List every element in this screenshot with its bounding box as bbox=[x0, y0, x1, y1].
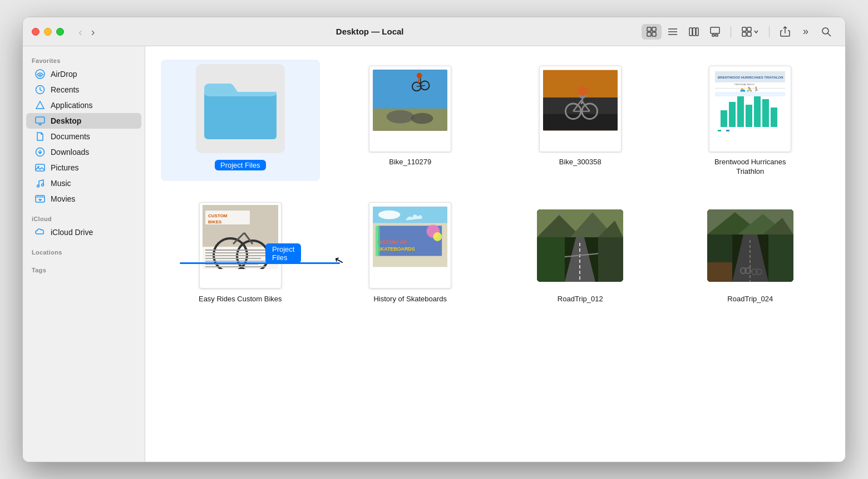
more-button[interactable]: » bbox=[798, 23, 813, 40]
svg-point-42 bbox=[411, 113, 433, 124]
file-item-bike-110279[interactable]: Bike_110279 bbox=[331, 60, 490, 181]
photo-thumbnail-skateboards: HISTORY OF SKATEBOARDS bbox=[366, 201, 455, 290]
svg-rect-70 bbox=[762, 99, 769, 127]
chevron-down-icon bbox=[753, 29, 759, 35]
file-item-bike-300358[interactable]: Bike_300358 bbox=[501, 60, 660, 181]
svg-text:HISTORY OF: HISTORY OF bbox=[377, 240, 407, 245]
video-frame-024 bbox=[707, 209, 793, 282]
applications-icon bbox=[35, 100, 45, 110]
view-list-button[interactable] bbox=[663, 24, 683, 40]
sidebar-item-documents[interactable]: Documents bbox=[26, 129, 141, 144]
svg-point-41 bbox=[387, 110, 414, 123]
svg-rect-67 bbox=[737, 96, 744, 127]
sidebar-item-desktop-label: Desktop bbox=[51, 116, 81, 125]
sidebar-item-applications-label: Applications bbox=[51, 101, 93, 110]
svg-line-59 bbox=[581, 99, 583, 104]
svg-point-99 bbox=[433, 232, 442, 241]
sidebar-item-recents-label: Recents bbox=[51, 85, 79, 94]
main-content: Project Files bbox=[145, 46, 845, 462]
svg-rect-75 bbox=[726, 130, 729, 131]
file-item-roadtrip-024[interactable]: RoadTrip_024 bbox=[671, 197, 830, 309]
file-item-brentwood[interactable]: BRENTWOOD HURRICANES TRIATHLON PERSONAL … bbox=[671, 60, 830, 181]
svg-rect-7 bbox=[689, 28, 692, 36]
svg-rect-52 bbox=[543, 114, 618, 130]
svg-rect-88 bbox=[205, 255, 271, 256]
group-button[interactable] bbox=[737, 24, 763, 40]
view-mode-group bbox=[642, 24, 725, 40]
view-gallery-button[interactable] bbox=[705, 24, 725, 40]
window-title: Desktop — Local bbox=[105, 27, 635, 36]
search-button[interactable] bbox=[816, 24, 836, 40]
svg-rect-89 bbox=[205, 258, 261, 259]
toolbar-separator-2 bbox=[769, 26, 770, 37]
toolbar-right: » bbox=[642, 23, 836, 40]
back-button[interactable]: ‹ bbox=[75, 25, 86, 38]
svg-rect-13 bbox=[742, 27, 746, 31]
file-label-history-skateboards: History of Skateboards bbox=[373, 295, 447, 304]
svg-rect-111 bbox=[598, 237, 623, 282]
file-label-bike-300358: Bike_300358 bbox=[559, 158, 601, 167]
svg-rect-124 bbox=[768, 234, 793, 282]
svg-rect-11 bbox=[712, 35, 714, 36]
svg-rect-86 bbox=[205, 250, 275, 251]
view-column-button[interactable] bbox=[684, 24, 704, 40]
airdrop-icon bbox=[35, 69, 45, 79]
svg-rect-71 bbox=[771, 107, 777, 127]
forward-button[interactable]: › bbox=[88, 25, 98, 38]
svg-point-101 bbox=[378, 211, 400, 219]
svg-rect-74 bbox=[718, 130, 721, 131]
sidebar-item-recents[interactable]: Recents bbox=[26, 82, 141, 97]
movies-icon bbox=[35, 194, 45, 204]
column-icon bbox=[688, 26, 699, 37]
share-button[interactable] bbox=[775, 24, 795, 40]
svg-rect-28 bbox=[36, 164, 45, 171]
sidebar-item-movies[interactable]: Movies bbox=[26, 191, 141, 207]
document-thumbnail-easy-rides: CUSTOM BIKES bbox=[196, 201, 285, 290]
sidebar-item-icloud-drive[interactable]: iCloud Drive bbox=[26, 224, 141, 240]
document-image-brentwood: BRENTWOOD HURRICANES TRIATHLON PERSONAL … bbox=[712, 69, 788, 133]
video-frame-012 bbox=[537, 209, 623, 282]
document-thumbnail-brentwood: BRENTWOOD HURRICANES TRIATHLON PERSONAL … bbox=[706, 64, 795, 153]
close-button[interactable] bbox=[32, 28, 40, 36]
svg-rect-15 bbox=[742, 32, 746, 36]
svg-rect-23 bbox=[36, 117, 45, 123]
photo-frame-3: HISTORY OF SKATEBOARDS bbox=[369, 202, 451, 289]
folder-thumbnail bbox=[196, 64, 285, 153]
sidebar-item-documents-label: Documents bbox=[51, 132, 90, 141]
file-item-history-skateboards[interactable]: HISTORY OF SKATEBOARDS bbox=[331, 197, 490, 309]
svg-rect-2 bbox=[647, 32, 651, 36]
sidebar-tags-label: Tags bbox=[23, 262, 145, 276]
svg-rect-100 bbox=[376, 226, 380, 256]
file-item-easy-rides[interactable]: CUSTOM BIKES bbox=[161, 197, 320, 309]
file-item-project-files[interactable]: Project Files bbox=[161, 60, 320, 181]
file-label-bike-110279: Bike_110279 bbox=[389, 158, 431, 167]
svg-rect-10 bbox=[711, 27, 719, 33]
svg-rect-37 bbox=[204, 92, 277, 139]
svg-rect-16 bbox=[747, 32, 751, 36]
photo-thumbnail-bike-300358 bbox=[536, 64, 625, 153]
sidebar-item-music[interactable]: Music bbox=[26, 175, 141, 191]
view-grid-button[interactable] bbox=[642, 24, 662, 40]
sidebar-item-airdrop[interactable]: AirDrop bbox=[26, 66, 141, 82]
sidebar-item-pictures-label: Pictures bbox=[51, 163, 79, 172]
file-item-roadtrip-012[interactable]: RoadTrip_012 bbox=[501, 197, 660, 309]
svg-rect-92 bbox=[205, 266, 265, 267]
sidebar-item-downloads[interactable]: Downloads bbox=[26, 144, 141, 160]
sidebar-item-applications[interactable]: Applications bbox=[26, 97, 141, 113]
svg-text:SKATEBOARDS: SKATEBOARDS bbox=[377, 246, 415, 252]
rename-badge[interactable]: Project Files bbox=[215, 160, 266, 170]
minimize-button[interactable] bbox=[44, 28, 52, 36]
maximize-button[interactable] bbox=[56, 28, 64, 36]
sidebar-item-pictures[interactable]: Pictures bbox=[26, 160, 141, 175]
video-thumbnail-roadtrip-024 bbox=[706, 201, 795, 290]
sidebar-locations-label: Locations bbox=[23, 245, 145, 258]
svg-rect-68 bbox=[746, 105, 752, 127]
folder-icon bbox=[201, 75, 279, 142]
sidebar: Favorites AirDrop bbox=[23, 46, 145, 462]
svg-rect-73 bbox=[715, 92, 785, 96]
svg-point-60 bbox=[578, 86, 588, 96]
photo-frame-2 bbox=[539, 66, 622, 152]
sidebar-item-downloads-label: Downloads bbox=[51, 148, 89, 157]
photo-frame bbox=[369, 66, 451, 152]
sidebar-item-desktop[interactable]: Desktop bbox=[26, 113, 141, 129]
